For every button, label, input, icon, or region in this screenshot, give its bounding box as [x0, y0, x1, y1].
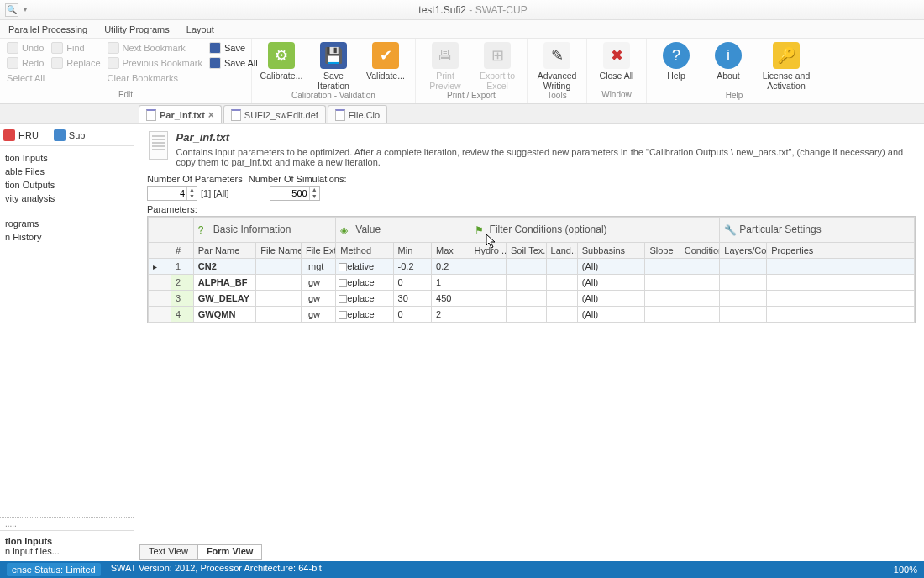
find-button[interactable]: Find — [50, 40, 102, 55]
cell-soil[interactable] — [506, 275, 546, 291]
col-min[interactable]: Min — [393, 243, 431, 259]
doc-tab-filecio[interactable]: File.Cio — [328, 105, 387, 123]
cell-layers[interactable] — [720, 291, 767, 307]
cell-parname[interactable]: GWQMN — [193, 307, 255, 323]
table-row[interactable]: 2ALPHA_BF.gwReplace01(All) — [149, 275, 915, 291]
col-slope[interactable]: Slope — [645, 243, 680, 259]
advanced-writing-button[interactable]: ✎Advanced Writing — [533, 40, 581, 91]
col-hydro[interactable]: Hydro ... — [470, 243, 506, 259]
hru-button[interactable]: HRU — [3, 129, 39, 141]
col-max[interactable]: Max — [432, 243, 470, 259]
prev-bookmark-button[interactable]: Previous Bookmark — [106, 55, 204, 71]
cell-min[interactable]: 30 — [393, 291, 431, 307]
col-filename[interactable]: File Name — [256, 243, 302, 259]
tree-item[interactable]: vity analysis — [2, 192, 134, 205]
col-parname[interactable]: Par Name — [193, 243, 255, 259]
cell-method[interactable]: Replace — [336, 291, 393, 307]
cell-fileext[interactable]: .gw — [301, 307, 335, 323]
ribbon-tab-utility[interactable]: Utility Programs — [104, 24, 170, 34]
cell-fileext[interactable]: .mgt — [301, 259, 335, 275]
cell-parname[interactable]: GW_DELAY — [193, 291, 255, 307]
tree-item[interactable]: tion Outputs — [2, 178, 134, 192]
close-all-button[interactable]: ✖Close All — [592, 40, 641, 81]
cell-filename[interactable] — [256, 259, 302, 275]
cell-properties[interactable] — [767, 291, 915, 307]
tree-item[interactable]: n History — [2, 230, 134, 244]
validate-button[interactable]: ✔Validate... — [361, 40, 410, 81]
doc-tab-sufi2[interactable]: SUFI2_swEdit.def — [223, 105, 326, 123]
save-iteration-button[interactable]: 💾Save Iteration — [309, 40, 358, 91]
cell-subbasins[interactable]: (All) — [577, 291, 645, 307]
cell-layers[interactable] — [720, 275, 767, 291]
cell-filename[interactable] — [256, 307, 302, 323]
num-params-spinner[interactable]: ▲▼ — [147, 186, 197, 201]
cell-subbasins[interactable]: (All) — [577, 275, 645, 291]
spin-up-icon[interactable]: ▲ — [309, 187, 319, 193]
cell-method[interactable]: Relative — [336, 259, 393, 275]
cell-layers[interactable] — [720, 307, 767, 323]
cell-parname[interactable]: CN2 — [193, 259, 255, 275]
row-handle[interactable] — [149, 259, 171, 275]
parameters-grid[interactable]: ?Basic Information ◈Value ⚑Filter Condit… — [147, 216, 916, 323]
cell-condition[interactable] — [680, 307, 720, 323]
tree-item[interactable]: able Files — [2, 165, 134, 178]
license-button[interactable]: 🔑License and Activation — [756, 40, 816, 91]
cell-condition[interactable] — [680, 291, 720, 307]
row-handle[interactable] — [149, 275, 171, 291]
cell-subbasins[interactable]: (All) — [577, 307, 645, 323]
cell-land[interactable] — [546, 307, 577, 323]
export-excel-button[interactable]: ⊞Export to Excel — [473, 40, 522, 91]
cell-filename[interactable] — [256, 291, 302, 307]
cell-condition[interactable] — [680, 259, 720, 275]
table-row[interactable]: 1CN2.mgtRelative-0.20.2(All) — [149, 259, 915, 275]
cell-slope[interactable] — [645, 291, 680, 307]
cell-soil[interactable] — [506, 307, 546, 323]
doc-tab-parinf[interactable]: Par_inf.txt × — [139, 105, 222, 123]
cell-land[interactable] — [546, 259, 577, 275]
col-properties[interactable]: Properties — [767, 243, 915, 259]
clear-bookmarks-button[interactable]: Clear Bookmarks — [106, 71, 204, 86]
cell-slope[interactable] — [645, 259, 680, 275]
table-row[interactable]: 4GWQMN.gwReplace02(All) — [149, 307, 915, 323]
col-subbasins[interactable]: Subbasins — [577, 243, 645, 259]
cell-layers[interactable] — [720, 259, 767, 275]
row-handle[interactable] — [149, 291, 171, 307]
ribbon-tab-layout[interactable]: Layout — [186, 24, 214, 34]
ribbon-tab-parallel[interactable]: Parallel Processing — [8, 24, 87, 34]
table-row[interactable]: 3GW_DELAY.gwReplace30450(All) — [149, 291, 915, 307]
cell-method[interactable]: Replace — [336, 275, 393, 291]
about-button[interactable]: iAbout — [704, 40, 753, 81]
calibrate-button[interactable]: ⚙Calibrate... — [257, 40, 306, 81]
cell-properties[interactable] — [767, 275, 915, 291]
print-preview-button[interactable]: 🖶Print Preview — [421, 40, 470, 91]
cell-max[interactable]: 0.2 — [432, 259, 470, 275]
spin-down-icon[interactable]: ▼ — [309, 193, 319, 200]
cell-fileext[interactable]: .gw — [301, 291, 335, 307]
replace-button[interactable]: Replace — [50, 55, 102, 71]
cell-land[interactable] — [546, 291, 577, 307]
col-layers[interactable]: Layers/Colu... — [720, 243, 767, 259]
cell-subbasins[interactable]: (All) — [577, 259, 645, 275]
cell-max[interactable]: 1 — [432, 275, 470, 291]
cell-max[interactable]: 450 — [432, 291, 470, 307]
cell-soil[interactable] — [506, 259, 546, 275]
spin-down-icon[interactable]: ▼ — [186, 193, 197, 200]
cell-hydro[interactable] — [470, 275, 506, 291]
cell-hydro[interactable] — [470, 291, 506, 307]
cell-properties[interactable] — [767, 307, 915, 323]
col-fileext[interactable]: File Ext. — [301, 243, 335, 259]
col-hash[interactable]: # — [171, 243, 193, 259]
redo-button[interactable]: Redo — [5, 55, 46, 71]
select-all-button[interactable]: Select All — [5, 71, 46, 86]
cell-soil[interactable] — [506, 291, 546, 307]
sub-button[interactable]: Sub — [54, 129, 86, 141]
cell-max[interactable]: 2 — [432, 307, 470, 323]
cell-slope[interactable] — [645, 307, 680, 323]
num-sim-input[interactable] — [270, 187, 309, 200]
num-params-input[interactable] — [148, 187, 186, 200]
cell-filename[interactable] — [256, 275, 302, 291]
col-method[interactable]: Method — [336, 243, 393, 259]
cell-min[interactable]: 0 — [393, 307, 431, 323]
next-bookmark-button[interactable]: Next Bookmark — [106, 40, 204, 55]
qat-search-icon[interactable]: 🔍 — [5, 3, 18, 17]
